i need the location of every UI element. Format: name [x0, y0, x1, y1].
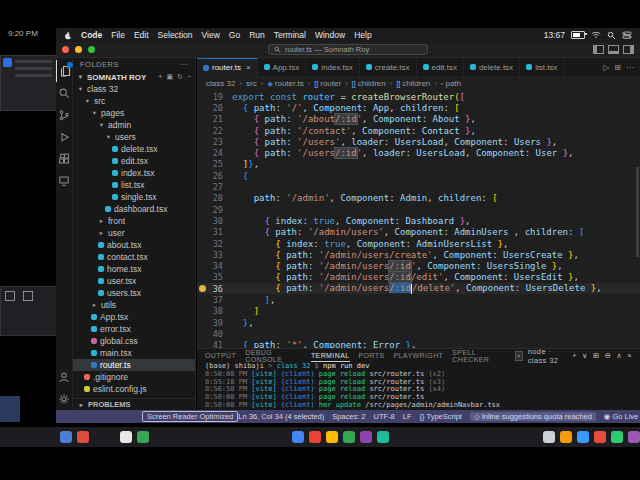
tab-create-tsx[interactable]: create.tsx — [360, 58, 417, 76]
code-line[interactable]: 25 ]}, — [197, 159, 640, 170]
tree-item-pages[interactable]: ▾pages — [73, 107, 195, 119]
tree-item-users-tsx[interactable]: users.tsx — [73, 287, 195, 299]
breadcrumb-item-src[interactable]: src — [246, 79, 257, 88]
menubar-item-go[interactable]: Go — [229, 30, 240, 40]
menubar-item-edit[interactable]: Edit — [134, 30, 149, 40]
clock-text[interactable]: 13:67 — [544, 30, 565, 40]
tree-item-home-tsx[interactable]: home.tsx — [73, 263, 195, 275]
tree-item-utils[interactable]: ▸utils — [73, 299, 195, 311]
remote-explorer-icon[interactable] — [56, 170, 72, 192]
lightbulb-icon[interactable] — [199, 285, 206, 292]
tree-item-eslint-config-js[interactable]: eslint.config.js — [73, 383, 195, 395]
code-line[interactable]: 38 ] — [197, 306, 640, 317]
code-line[interactable]: 30 { index: true, Component: Dashboard }… — [197, 215, 640, 226]
close-panel-icon[interactable]: × — [627, 351, 632, 360]
dock-icon[interactable] — [120, 431, 132, 443]
workspace-root-row[interactable]: ▾ SOMNATH ROY + ▣ ↻ − — [73, 71, 195, 83]
dock-icon[interactable] — [543, 431, 555, 443]
code-line[interactable]: 32 { index: true, Component: AdminUsersL… — [197, 238, 640, 249]
problems-section-header[interactable]: ▸ PROBLEMS — [73, 398, 195, 410]
code-line[interactable]: 20 { path: '/', Component: App, children… — [197, 102, 640, 113]
code-line[interactable]: 27 — [197, 181, 640, 192]
code-line[interactable]: 39 }, — [197, 317, 640, 328]
screen-reader-mode-badge[interactable]: Screen Reader Optimized — [142, 411, 238, 422]
more-actions-icon[interactable]: ⋯ — [180, 60, 189, 69]
code-line[interactable]: 41 { path: '*', Component: Error }, — [197, 340, 640, 348]
tree-item-class-32[interactable]: ▾class 32 — [73, 83, 195, 95]
menubar-item-run[interactable]: Run — [249, 30, 265, 40]
status-eol[interactable]: LF — [403, 412, 412, 421]
settings-icon[interactable] — [56, 388, 72, 410]
code-line[interactable]: 31 { path: '/admin/users', Component: Ad… — [197, 227, 640, 238]
tab-App-tsx[interactable]: App.tsx — [258, 58, 307, 76]
battery-icon[interactable] — [571, 31, 585, 39]
panel-tab-output[interactable]: OUTPUT — [205, 349, 236, 362]
tree-item-router-ts[interactable]: router.ts — [73, 359, 195, 371]
status-go-live[interactable]: ◉Go Live — [604, 412, 638, 421]
status-language-mode[interactable]: {} TypeScript — [420, 412, 462, 421]
code-line[interactable]: 36 { path: '/admin/users/:id/delete', Co… — [197, 283, 640, 294]
command-center[interactable]: router.ts — Somnath Roy — [268, 44, 428, 55]
tree-item-main-tsx[interactable]: main.tsx — [73, 347, 195, 359]
toggle-secondary-sidebar-icon[interactable] — [623, 45, 634, 54]
breadcrumb-item-children[interactable]: []children — [352, 79, 386, 88]
new-folder-icon[interactable]: ▣ — [166, 73, 173, 81]
status-encoding[interactable]: UTF-8 — [374, 412, 395, 421]
tab-router-ts[interactable]: router.ts× — [197, 58, 258, 76]
dock-icon[interactable] — [560, 431, 572, 443]
terminal-output[interactable]: (base) shibaji > class 32 $ npm run dev8… — [197, 362, 640, 411]
code-line[interactable]: 24 { path: '/users/:id', loader: UsersLo… — [197, 147, 640, 158]
menubar-item-window[interactable]: Window — [315, 30, 345, 40]
dock-icon[interactable] — [611, 431, 623, 443]
collapse-all-icon[interactable]: − — [187, 73, 191, 81]
tree-item-dashboard-tsx[interactable]: dashboard.tsx — [73, 203, 195, 215]
tree-item-user-tsx[interactable]: user.tsx — [73, 275, 195, 287]
split-editor-icon[interactable]: ⊞ — [614, 63, 621, 72]
dock-icon[interactable] — [594, 431, 606, 443]
run-and-debug-icon[interactable] — [56, 126, 72, 148]
status-cursor-position[interactable]: Ln 36, Col 34 (4 selected) — [238, 412, 324, 421]
tree-item-list-tsx[interactable]: list.tsx — [73, 179, 195, 191]
code-line[interactable]: 33 { path: '/admin/users/create', Compon… — [197, 249, 640, 260]
sidebar-section-header[interactable]: FOLDERS ⋯ — [73, 58, 195, 71]
dock-icon[interactable] — [292, 431, 304, 443]
code-line[interactable]: 23 { path: '/users', loader: UsersLoad, … — [197, 136, 640, 147]
dock-icon[interactable] — [577, 431, 589, 443]
more-actions-icon[interactable]: ⋯ — [626, 63, 634, 72]
split-terminal-icon[interactable]: ⊞ — [593, 351, 600, 360]
code-editor[interactable]: 19export const router = createBrowserRou… — [197, 90, 640, 348]
code-line[interactable]: 21 { path: '/about/:id', Component: Abou… — [197, 114, 640, 125]
tree-item-about-tsx[interactable]: about.tsx — [73, 239, 195, 251]
status-indentation[interactable]: Spaces: 2 — [332, 412, 365, 421]
account-icon[interactable] — [56, 366, 72, 388]
run-icon[interactable]: ▷ — [603, 63, 609, 72]
close-window-button[interactable] — [62, 46, 69, 53]
panel-tab-debug-console[interactable]: DEBUG CONSOLE — [245, 349, 302, 362]
panel-tab-playwright[interactable]: PLAYWRIGHT — [394, 349, 444, 362]
terminal-dropdown-icon[interactable]: ∨ — [582, 351, 588, 360]
menubar-item-terminal[interactable]: Terminal — [274, 30, 306, 40]
tab-edit-tsx[interactable]: edit.tsx — [417, 58, 464, 76]
code-line[interactable]: 35 { path: '/admin/users/:id/edit', Comp… — [197, 272, 640, 283]
tree-item-users[interactable]: ▾users — [73, 131, 195, 143]
code-line[interactable]: 26 { — [197, 170, 640, 181]
status-inline-suggestions-quota[interactable]: ◇Inline suggestions quota reached — [470, 412, 596, 421]
dock-icon[interactable] — [60, 431, 72, 443]
tree-item-user[interactable]: ▸user — [73, 227, 195, 239]
breadcrumb-item-class-32[interactable]: class 32 — [206, 79, 235, 88]
code-line[interactable]: 40 — [197, 328, 640, 339]
tree-item-src[interactable]: ▾src — [73, 95, 195, 107]
tree-item-edit-tsx[interactable]: edit.tsx — [73, 155, 195, 167]
wifi-icon[interactable] — [591, 31, 601, 39]
maximize-panel-icon[interactable]: ∧ — [616, 351, 622, 360]
code-line[interactable]: 28 path: '/admin', Component: Admin, chi… — [197, 193, 640, 204]
code-line[interactable]: 29 — [197, 204, 640, 215]
panel-tab-terminal[interactable]: TERMINAL — [311, 349, 350, 362]
dock-icon[interactable] — [360, 431, 372, 443]
explorer-icon[interactable] — [56, 60, 73, 82]
search-icon[interactable] — [56, 82, 72, 104]
code-line[interactable]: 34 { path: '/admin/users/:id', Component… — [197, 260, 640, 271]
code-line[interactable]: 22 { path: '/contact', Component: Contac… — [197, 125, 640, 136]
breadcrumb-item-children[interactable]: []children — [396, 79, 430, 88]
toggle-panel-icon[interactable] — [608, 45, 619, 54]
